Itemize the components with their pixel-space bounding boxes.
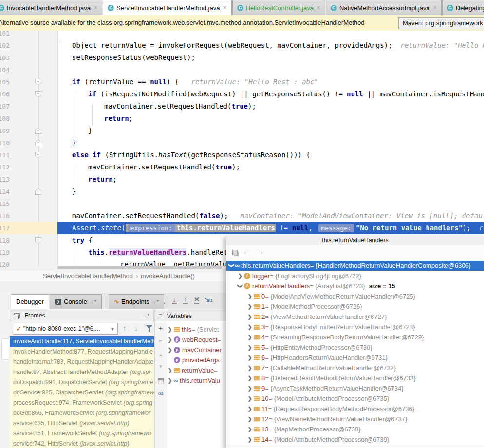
forward-arrow-icon[interactable]: → — [257, 247, 264, 256]
chevron-right-icon[interactable]: ❯ — [247, 373, 253, 383]
tab-close-icon[interactable]: × — [223, 4, 226, 11]
chevron-right-icon[interactable]: ❯ — [247, 414, 253, 424]
popup-list-item-node[interactable]: ❯13 = {MapMethodProcessor@6738} — [226, 424, 484, 434]
chevron-expanded-icon[interactable]: ❯ — [235, 283, 245, 289]
fold-marker[interactable]: − — [35, 128, 41, 134]
fold-marker[interactable]: − — [35, 152, 41, 158]
add-watch-button[interactable]: + — [155, 324, 167, 332]
code-line[interactable]: setResponseStatus(webRequest); — [57, 52, 484, 64]
frame-row[interactable]: doService:925, DispatcherServlet (org.sp… — [10, 388, 154, 398]
file-tab[interactable]: CInvocableHandlerMethod.java× — [0, 0, 102, 15]
frame-row[interactable]: service:635, HttpServlet (javax.servlet.… — [10, 418, 154, 429]
popup-list-item-node[interactable]: ❯12 = {ViewNameMethodReturnValueHandler@… — [226, 414, 484, 424]
chevron-right-icon[interactable]: ❯ — [247, 353, 253, 363]
popup-list-item-node[interactable]: ❯8 = {DeferredResultMethodReturnValueHan… — [226, 373, 484, 383]
tab-close-icon[interactable]: × — [94, 4, 97, 11]
code-line[interactable]: Assert.state(expression:this.returnValue… — [57, 222, 484, 234]
popup-list-item-node[interactable]: ❯3 = {ResponseBodyEmitterReturnValueHand… — [226, 322, 484, 332]
maven-source-select-button[interactable]: Maven: org.springframework:sprin — [398, 17, 484, 29]
run-to-cursor-button[interactable]: ↘ɪ — [204, 295, 213, 305]
popup-list-item-node[interactable]: ❯1 = {ModelMethodProcessor@6726} — [226, 301, 484, 312]
debug-tab-debugger[interactable]: Debugger — [11, 294, 49, 309]
popup-list-item-node[interactable]: ❯5 = {HttpEntityMethodProcessor@6730} — [226, 342, 484, 353]
popup-list-item-node[interactable]: ❯6 = {HttpHeadersReturnValueHandler@6731… — [226, 353, 484, 363]
back-arrow-icon[interactable]: ← — [243, 247, 251, 256]
popup-field-node[interactable]: ❯flogger = {LogFactory$Log4jLog@6722} — [226, 271, 484, 281]
code-line[interactable]: mavContainer.setRequestHandled(true); — [57, 161, 484, 173]
popup-list-item-node[interactable]: ❯14 = {ModelAttributeMethodProcessor@673… — [226, 434, 484, 445]
code-line[interactable] — [57, 198, 484, 210]
next-frame-button[interactable]: ↓ — [134, 324, 138, 332]
chevron-right-icon[interactable]: ❯ — [247, 383, 253, 393]
code-line[interactable]: else if (StringUtils.hasText(getResponse… — [57, 149, 484, 161]
code-line[interactable]: mavContainer.setRequestHandled(false); m… — [57, 210, 484, 222]
thread-dropdown[interactable]: ✔ "http-nio-8080-exec-1"@6,... ▼ — [13, 323, 118, 335]
chevron-right-icon[interactable]: ❯ — [247, 312, 253, 322]
code-line[interactable]: if (returnValue == null) { returnValue: … — [57, 76, 484, 88]
frame-row[interactable]: doDispatch:991, DispatcherServlet (org.s… — [10, 377, 154, 388]
code-line[interactable]: mavContainer.setRequestHandled(true); — [57, 100, 484, 112]
frame-row[interactable]: invokeAndHandle:117, ServletInvocableHan… — [10, 336, 154, 347]
code-line[interactable] — [57, 64, 484, 76]
chevron-right-icon[interactable]: ❯ — [247, 301, 253, 312]
horizontal-scrollbar-thumb[interactable] — [57, 266, 222, 269]
code-line[interactable]: return; — [57, 173, 484, 186]
chevron-right-icon[interactable]: ❯ — [167, 335, 173, 345]
chevron-right-icon[interactable]: ❯ — [247, 434, 253, 445]
code-line[interactable]: return; — [57, 112, 484, 125]
frame-row[interactable]: doGet:866, FrameworkServlet (org.springf… — [10, 408, 154, 418]
inspect-icon[interactable] — [232, 250, 238, 255]
code-line[interactable]: Object returnValue = invokeForRequest(we… — [57, 39, 484, 52]
frame-row[interactable]: processRequest:974, FrameworkServlet (or… — [10, 398, 154, 408]
popup-list-item-node[interactable]: ❯11 = {RequestResponseBodyMethodProcesso… — [226, 404, 484, 414]
fold-marker[interactable]: − — [35, 79, 41, 85]
popup-field-node[interactable]: ❯freturnValueHandlers = {ArrayList@6723}… — [226, 281, 484, 291]
chevron-right-icon[interactable]: ❯ — [247, 322, 253, 332]
tool-window-stripe-button[interactable] — [1, 338, 9, 360]
chevron-right-icon[interactable]: ❯ — [167, 345, 173, 355]
frame-row[interactable]: service:742, HttpServlet (javax.servlet.… — [10, 439, 154, 448]
file-tab[interactable]: CNativeMethodAccessorImpl.java× — [326, 0, 442, 15]
code-line[interactable] — [57, 31, 484, 39]
move-to-window-icon[interactable]: →* — [142, 310, 149, 321]
chevron-right-icon[interactable]: ❯ — [237, 271, 243, 281]
step-out-button[interactable]: ↑ — [181, 295, 190, 305]
chevron-right-icon[interactable]: ❯ — [247, 393, 253, 404]
frame-row[interactable]: invokeHandlerMethod:877, RequestMappingH… — [10, 347, 154, 357]
file-tab[interactable]: CHelloRestController.java× — [232, 0, 325, 15]
chevron-right-icon[interactable]: ❯ — [247, 291, 253, 301]
popup-list-item-node[interactable]: ❯7 = {CallableMethodReturnValueHandler@6… — [226, 363, 484, 373]
popup-root-node[interactable]: ❯∞this.returnValueHandlers = {HandlerMet… — [226, 261, 484, 271]
popup-list-item-node[interactable]: ❯9 = {AsyncTaskMethodReturnValueHandler@… — [226, 383, 484, 393]
breadcrumb-class[interactable]: ServletInvocableHandlerMethod — [43, 272, 133, 280]
chevron-right-icon[interactable]: ❯ — [247, 424, 253, 434]
code-line[interactable]: if (isRequestNotModified(webRequest) || … — [57, 88, 484, 100]
chevron-right-icon[interactable]: ❯ — [167, 324, 173, 335]
frame-row[interactable]: handle:87, AbstractHandlerMethodAdapter … — [10, 367, 154, 377]
chevron-expanded-icon[interactable]: ❯ — [226, 263, 237, 269]
variables-menu-icon[interactable]: ≡ — [158, 312, 162, 319]
popup-list-item-node[interactable]: ❯4 = {StreamingResponseBodyReturnValueHa… — [226, 332, 484, 342]
fold-marker[interactable]: − — [35, 237, 41, 243]
tab-close-icon[interactable]: × — [317, 4, 320, 11]
watches-toggle-icon[interactable]: ∞ — [155, 389, 167, 397]
chevron-right-icon[interactable]: ❯ — [167, 375, 173, 386]
tab-close-icon[interactable]: × — [433, 4, 437, 11]
popup-list-item-node[interactable]: ❯0 = {ModelAndViewMethodReturnValueHandl… — [226, 291, 484, 301]
fold-marker[interactable]: − — [35, 91, 41, 97]
code-line[interactable]: } — [57, 186, 484, 198]
breadcrumb-method[interactable]: invokeAndHandle() — [141, 272, 195, 280]
fold-marker[interactable]: − — [35, 140, 41, 146]
file-tab[interactable]: CServletInvocableHandlerMethod.java× — [103, 0, 231, 15]
file-tab[interactable]: CDelegatingMethodAccessorImpl.java — [442, 0, 484, 15]
chevron-right-icon[interactable]: ❯ — [247, 342, 253, 353]
previous-frame-button[interactable]: ↑ — [123, 324, 127, 332]
hide-library-frames-filter-icon[interactable] — [146, 325, 152, 332]
popup-list-item-node[interactable]: ❯2 = {ViewMethodReturnValueHandler@6727} — [226, 312, 484, 322]
popup-list-item-node[interactable]: ❯10 = {ModelAttributeMethodProcessor@673… — [226, 393, 484, 404]
force-step-into-button[interactable]: ↓ — [170, 295, 179, 305]
chevron-right-icon[interactable]: ❯ — [247, 404, 253, 414]
fold-marker[interactable]: − — [35, 188, 41, 195]
code-line[interactable]: } — [57, 125, 484, 137]
chevron-right-icon[interactable]: ❯ — [247, 332, 253, 342]
